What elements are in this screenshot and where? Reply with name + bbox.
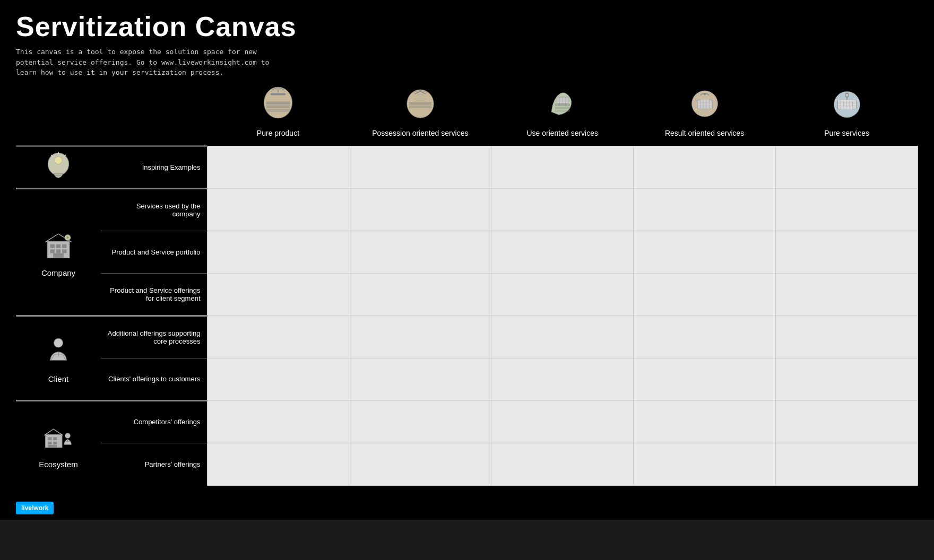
offerings-cell-5[interactable] — [776, 273, 918, 316]
inspiring-label-cell: Inspiring Examples — [101, 146, 207, 188]
company-icon — [40, 226, 77, 264]
possession-icon-cell — [349, 86, 491, 126]
svg-rect-26 — [837, 100, 856, 109]
offerings-cell-1[interactable] — [207, 273, 349, 316]
svg-rect-62 — [53, 442, 57, 445]
inspiring-cell-4[interactable] — [634, 146, 776, 188]
additional-cell-1[interactable] — [207, 316, 349, 358]
client-icon — [40, 332, 77, 370]
offerings-cell-2[interactable] — [349, 273, 491, 316]
ecosystem-icon — [40, 418, 77, 455]
competitors-cell-3[interactable] — [491, 400, 634, 443]
svg-point-53 — [54, 338, 63, 347]
competitors-cell-1[interactable] — [207, 400, 349, 443]
services-used-cell-1[interactable] — [207, 188, 349, 231]
ecosystem-competitors-row: Ecosystem Competitors' offerings — [16, 400, 918, 443]
additional-cell-2[interactable] — [349, 316, 491, 358]
clients-offerings-cell-1[interactable] — [207, 358, 349, 400]
company-services-used-row: Company Services used by the company — [16, 188, 918, 231]
offerings-cell-4[interactable] — [634, 273, 776, 316]
pure-services-icon-cell — [776, 86, 918, 126]
clients-offerings-cell-2[interactable] — [349, 358, 491, 400]
partners-cell-3[interactable] — [491, 443, 634, 485]
client-additional-row: Client Additional offerings supporting c… — [16, 316, 918, 358]
svg-rect-45 — [62, 244, 66, 248]
servitization-canvas: Pure product Possession oriented service… — [16, 86, 918, 486]
portfolio-cell-3[interactable] — [491, 231, 634, 273]
product-offerings-label: Product and Service offerings for client… — [101, 273, 207, 316]
additional-cell-3[interactable] — [491, 316, 634, 358]
clients-offerings-label: Clients' offerings to customers — [101, 358, 207, 400]
column-labels-row: Pure product Possession oriented service… — [16, 126, 918, 146]
additional-cell-5[interactable] — [776, 316, 918, 358]
competitors-cell-5[interactable] — [776, 400, 918, 443]
competitors-cell-2[interactable] — [349, 400, 491, 443]
clients-offerings-cell-4[interactable] — [634, 358, 776, 400]
svg-rect-47 — [56, 250, 60, 253]
pure-services-icon — [828, 86, 866, 123]
portfolio-cell-1[interactable] — [207, 231, 349, 273]
company-offerings-row: Product and Service offerings for client… — [16, 273, 918, 316]
svg-rect-46 — [50, 250, 55, 253]
inspiring-cell-3[interactable] — [491, 146, 634, 188]
clients-offerings-cell-5[interactable] — [776, 358, 918, 400]
result-oriented-icon — [686, 86, 723, 123]
services-used-cell-5[interactable] — [776, 188, 918, 231]
svg-rect-13 — [555, 109, 570, 111]
svg-rect-11 — [555, 103, 570, 106]
services-used-cell-2[interactable] — [349, 188, 491, 231]
services-used-cell-4[interactable] — [634, 188, 776, 231]
livelwork-badge: livelwork — [16, 502, 54, 514]
svg-point-9 — [419, 90, 421, 92]
competitors-cell-4[interactable] — [634, 400, 776, 443]
partners-cell-2[interactable] — [349, 443, 491, 485]
col-label-pure-product: Pure product — [207, 126, 349, 146]
inspiring-examples-row: Inspiring Examples — [16, 146, 918, 188]
services-used-cell-3[interactable] — [491, 188, 634, 231]
services-used-label: Services used by the company — [101, 188, 207, 231]
result-oriented-icon-cell — [634, 86, 776, 126]
company-group-label: Company — [16, 268, 101, 277]
svg-rect-59 — [48, 437, 51, 440]
pure-product-icon-cell — [207, 86, 349, 126]
partners-cell-4[interactable] — [634, 443, 776, 485]
main-title: Servitization Canvas — [16, 11, 918, 42]
lightbulb-icon — [40, 147, 77, 185]
svg-rect-63 — [48, 445, 57, 448]
ecosystem-partners-row: Partners' offerings — [16, 443, 918, 485]
col-label-possession: Possession oriented services — [349, 126, 491, 146]
svg-rect-49 — [53, 253, 64, 258]
svg-rect-12 — [555, 107, 570, 109]
svg-point-24 — [704, 93, 706, 95]
portfolio-cell-4[interactable] — [634, 231, 776, 273]
svg-rect-7 — [409, 102, 431, 104]
svg-rect-8 — [409, 106, 431, 108]
svg-point-64 — [65, 433, 71, 439]
col-label-use-oriented: Use oriented services — [491, 126, 634, 146]
inspiring-cell-2[interactable] — [349, 146, 491, 188]
col-label-result-oriented: Result oriented services — [634, 126, 776, 146]
icons-row — [16, 86, 918, 126]
additional-cell-4[interactable] — [634, 316, 776, 358]
product-portfolio-label: Product and Service portfolio — [101, 231, 207, 273]
col-label-pure-services: Pure services — [776, 126, 918, 146]
additional-offerings-label: Additional offerings supporting core pro… — [101, 316, 207, 358]
inspiring-cell-5[interactable] — [776, 146, 918, 188]
portfolio-cell-5[interactable] — [776, 231, 918, 273]
client-icon-cell: Client — [16, 316, 101, 400]
client-offerings-row: Clients' offerings to customers — [16, 358, 918, 400]
svg-rect-43 — [50, 244, 55, 248]
svg-rect-4 — [271, 93, 286, 95]
canvas-container: Pure product Possession oriented service… — [0, 86, 934, 496]
clients-offerings-cell-3[interactable] — [491, 358, 634, 400]
portfolio-cell-2[interactable] — [349, 231, 491, 273]
partners-cell-5[interactable] — [776, 443, 918, 485]
offerings-cell-3[interactable] — [491, 273, 634, 316]
partners-cell-1[interactable] — [207, 443, 349, 485]
subtitle-text: This canvas is a tool to expose the solu… — [16, 47, 271, 78]
header-section: Servitization Canvas This canvas is a to… — [0, 0, 934, 86]
possession-icon — [402, 86, 439, 123]
inspiring-cell-1[interactable] — [207, 146, 349, 188]
ecosystem-icon-cell: Ecosystem — [16, 400, 101, 485]
use-oriented-icon-cell — [491, 86, 634, 126]
